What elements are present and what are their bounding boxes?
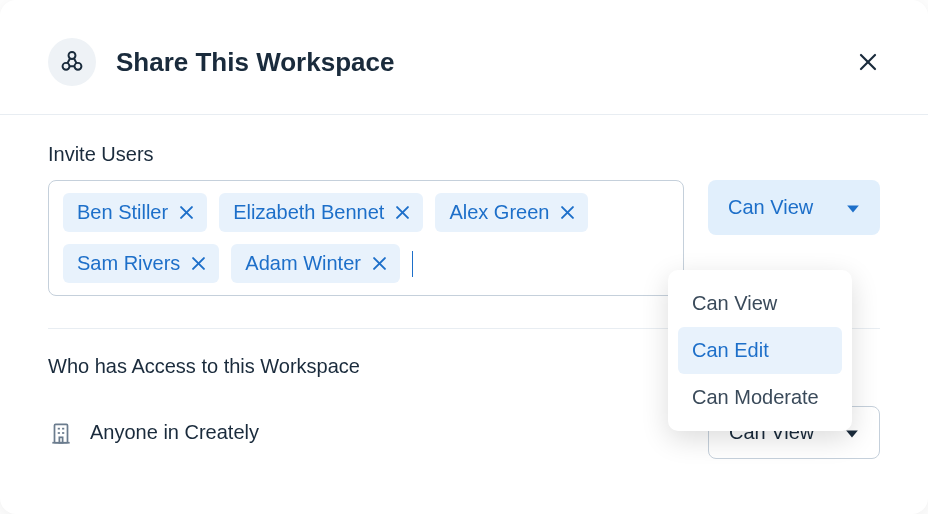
chip-remove-button[interactable] (373, 257, 386, 270)
permission-select-label: Can View (728, 196, 813, 219)
close-icon (373, 257, 386, 270)
svg-rect-15 (55, 424, 68, 442)
modal-header: Share This Workspace (0, 0, 928, 115)
chip-remove-button[interactable] (396, 206, 409, 219)
chip-label: Ben Stiller (77, 201, 168, 224)
text-cursor (412, 251, 413, 277)
caret-down-icon (846, 196, 860, 219)
chip-remove-button[interactable] (192, 257, 205, 270)
invite-users-input[interactable]: Ben Stiller Elizabeth Bennet Alex Green (48, 180, 684, 296)
dropdown-option-can-moderate[interactable]: Can Moderate (678, 374, 842, 421)
share-workspace-modal: Share This Workspace Invite Users Ben St… (0, 0, 928, 514)
close-icon (192, 257, 205, 270)
close-icon (856, 50, 880, 74)
invite-permission-select[interactable]: Can View (708, 180, 880, 235)
modal-title: Share This Workspace (116, 47, 856, 78)
share-icon (48, 38, 96, 86)
svg-point-2 (74, 63, 81, 70)
user-chip: Sam Rivers (63, 244, 219, 283)
chip-remove-button[interactable] (180, 206, 193, 219)
invite-label: Invite Users (48, 143, 880, 166)
close-icon (396, 206, 409, 219)
chip-label: Alex Green (449, 201, 549, 224)
user-chip: Adam Winter (231, 244, 400, 283)
close-icon (180, 206, 193, 219)
svg-point-0 (69, 52, 76, 59)
chip-remove-button[interactable] (561, 206, 574, 219)
dropdown-option-can-view[interactable]: Can View (678, 280, 842, 327)
access-left: Anyone in Creately (48, 420, 259, 446)
org-access-label: Anyone in Creately (90, 421, 259, 444)
permission-dropdown: Can View Can Edit Can Moderate (668, 270, 852, 431)
chip-label: Sam Rivers (77, 252, 180, 275)
close-button[interactable] (856, 50, 880, 74)
svg-rect-21 (59, 437, 62, 442)
user-chip: Ben Stiller (63, 193, 207, 232)
dropdown-option-can-edit[interactable]: Can Edit (678, 327, 842, 374)
user-chip: Alex Green (435, 193, 588, 232)
svg-point-1 (63, 63, 70, 70)
user-chip: Elizabeth Bennet (219, 193, 423, 232)
chip-label: Elizabeth Bennet (233, 201, 384, 224)
close-icon (561, 206, 574, 219)
organization-icon (48, 420, 74, 446)
invite-section: Invite Users Ben Stiller Elizabeth Benne… (0, 115, 928, 296)
chip-label: Adam Winter (245, 252, 361, 275)
